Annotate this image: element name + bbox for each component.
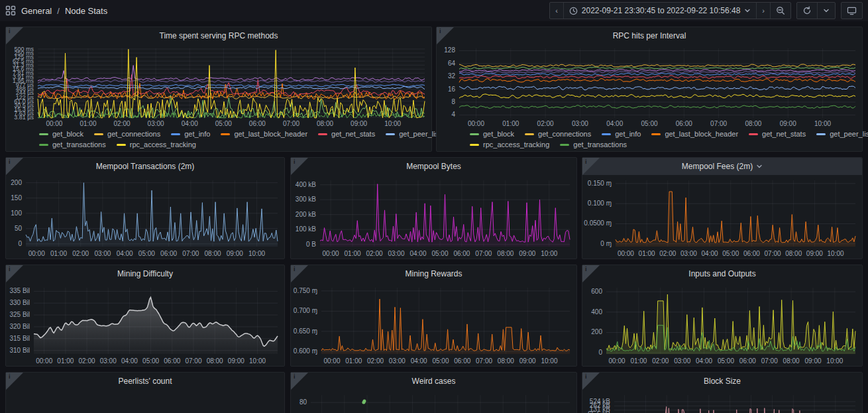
legend-item-rpc_access_tracking[interactable]: rpc_access_tracking — [470, 141, 549, 148]
refresh-button[interactable] — [797, 3, 817, 19]
x-axis-label: 03:00 — [389, 357, 406, 365]
legend-item-get_info[interactable]: get_info — [602, 130, 641, 138]
y-axis-label: 3.81 µs — [14, 114, 34, 121]
chart-plot-area[interactable]: 00:0001:0002:0003:0004:0005:0006:0007:00… — [582, 390, 862, 413]
panel-title[interactable]: Block Size — [582, 373, 862, 390]
y-axis-label: 400 kB — [296, 181, 316, 188]
chart-svg[interactable]: 00:0001:0002:0003:0004:0005:0006:0007:00… — [291, 175, 576, 259]
y-axis-label: 330 Bil — [9, 299, 30, 306]
x-axis-label: 03:00 — [94, 250, 111, 257]
legend-item-get_net_stats[interactable]: get_net_stats — [318, 130, 375, 138]
chart-plot-area[interactable] — [6, 390, 284, 413]
time-shift-back-button[interactable]: ‹ — [550, 3, 563, 19]
panel-mempool-bytes: i Mempool Bytes 00:0001:0002:0003:0004:0… — [290, 157, 577, 259]
legend-swatch — [602, 133, 611, 135]
legend-swatch — [749, 133, 758, 135]
chart-plot-area[interactable]: 00:0001:0002:0003:0004:0005:0006:0007:00… — [6, 44, 431, 129]
chart-svg[interactable]: 00:0001:0002:0003:0004:0005:0006:0007:00… — [582, 390, 862, 413]
panel-title[interactable]: Mempool Bytes — [291, 158, 576, 175]
x-axis-label: 05:00 — [641, 120, 657, 127]
legend-item-rpc_access_tracking[interactable]: rpc_access_tracking — [117, 141, 196, 148]
chart-svg[interactable] — [6, 390, 284, 413]
chart-svg[interactable]: 00:0001:0002:0003:0004:0005:0006:0007:00… — [6, 282, 284, 366]
chart-plot-area[interactable]: 00:0001:0002:0003:0004:0005:0006:0007:00… — [582, 282, 862, 366]
chart-plot-area[interactable]: 00:0001:0002:0003:0004:0005:0006:0007:00… — [291, 390, 576, 413]
legend-label: get_last_block_header — [234, 130, 307, 138]
chart-svg[interactable]: 00:0001:0002:0003:0004:0005:0006:0007:00… — [437, 44, 862, 129]
legend-label: get_connections — [107, 130, 160, 138]
x-axis-label: 00:00 — [323, 250, 339, 257]
y-axis-label: 0 ɱ — [600, 240, 612, 247]
panel-title[interactable]: Weird cases — [291, 373, 576, 390]
x-axis-label: 00:00 — [323, 357, 340, 365]
legend-item-get_block[interactable]: get_block — [39, 130, 83, 138]
legend-swatch — [39, 133, 48, 135]
legend-item-get_connections[interactable]: get_connections — [94, 130, 160, 138]
chart-plot-area[interactable]: 00:0001:0002:0003:0004:0005:0006:0007:00… — [291, 175, 576, 259]
panel-title[interactable]: Mempool Transactions (2m) — [6, 158, 284, 175]
legend-item-get_connections[interactable]: get_connections — [525, 130, 591, 138]
x-axis-label: 10:00 — [814, 120, 831, 127]
panel-title[interactable]: Mempool Fees (2m) — [582, 158, 862, 175]
panel-title[interactable]: Mining Rewards — [291, 265, 576, 282]
chart-plot-area[interactable]: 00:0001:0002:0003:0004:0005:0006:0007:00… — [6, 175, 284, 259]
chart-svg[interactable]: 00:0001:0002:0003:0004:0005:0006:0007:00… — [582, 175, 862, 259]
x-axis-label: 01:00 — [345, 357, 362, 365]
chart-plot-area[interactable]: 00:0001:0002:0003:0004:0005:0006:0007:00… — [582, 175, 862, 259]
legend-item-get_peer_list[interactable]: get_peer_list — [386, 130, 441, 138]
legend-item-get_net_stats[interactable]: get_net_stats — [749, 130, 806, 138]
top-nav: General / Node Stats ‹ 2022-09-21 23:30:… — [0, 0, 868, 21]
breadcrumb-dashboard[interactable]: Node Stats — [65, 6, 107, 16]
chart-svg[interactable]: 00:0001:0002:0003:0004:0005:0006:0007:00… — [291, 390, 576, 413]
y-axis-label: 0.600 ɱ — [294, 347, 317, 355]
legend-item-get_transactions[interactable]: get_transactions — [560, 141, 627, 148]
series-line-get_net_stats — [459, 76, 855, 79]
x-axis-label: 08:00 — [205, 250, 221, 257]
x-axis-label: 10:00 — [249, 357, 266, 365]
x-axis-label: 04:00 — [702, 250, 718, 257]
chart-svg[interactable]: 00:0001:0002:0003:0004:0005:0006:0007:00… — [6, 175, 284, 259]
refresh-interval-button[interactable] — [817, 3, 835, 19]
x-axis-label: 06:00 — [164, 357, 180, 365]
legend-item-get_last_block_header[interactable]: get_last_block_header — [221, 130, 307, 138]
zoom-out-button[interactable] — [770, 3, 790, 19]
kiosk-mode-button[interactable] — [841, 3, 862, 19]
series-line-reward — [321, 299, 570, 351]
legend-item-get_block[interactable]: get_block — [470, 130, 514, 138]
panel-title[interactable]: Peerlists' count — [6, 373, 284, 390]
zoom-out-icon — [776, 6, 785, 15]
x-axis-label: 07:00 — [185, 357, 201, 365]
breadcrumb-folder[interactable]: General — [21, 6, 52, 16]
panel-title[interactable]: Time spent serving RPC methods — [6, 27, 431, 44]
chart-plot-area[interactable]: 00:0001:0002:0003:0004:0005:0006:0007:00… — [6, 282, 284, 366]
scatter-point[interactable] — [362, 399, 366, 402]
x-axis-label: 02:00 — [652, 357, 669, 365]
legend-swatch — [470, 144, 479, 146]
panel-inputs-and-outputs: i Inputs and Outputs 00:0001:0002:0003:0… — [582, 265, 863, 367]
chart-plot-area[interactable]: 00:0001:0002:0003:0004:0005:0006:0007:00… — [437, 44, 862, 129]
time-shift-forward-button[interactable]: › — [756, 3, 770, 19]
x-axis-label: 00:00 — [468, 120, 484, 127]
y-axis-label: 200 kB — [296, 211, 316, 218]
series-line-get_transactions — [459, 105, 855, 109]
panel-title[interactable]: Inputs and Outputs — [582, 265, 862, 282]
y-axis-label: 80 — [299, 398, 307, 406]
legend-item-get_info[interactable]: get_info — [171, 130, 210, 138]
legend-label: get_block — [52, 130, 83, 138]
chart-plot-area[interactable]: 00:0001:0002:0003:0004:0005:0006:0007:00… — [291, 282, 576, 366]
panel-title[interactable]: Mining Difficulty — [6, 265, 284, 282]
x-axis-label: 10:00 — [541, 250, 557, 257]
legend-item-get_last_block_header[interactable]: get_last_block_header — [651, 130, 738, 138]
panel-title[interactable]: RPC hits per Interval — [437, 27, 862, 44]
chevron-down-icon — [756, 163, 763, 170]
x-axis-label: 01:00 — [345, 250, 361, 257]
legend-item-get_transactions[interactable]: get_transactions — [39, 141, 106, 148]
time-range-button[interactable]: 2022-09-21 23:30:45 to 2022-09-22 10:56:… — [563, 3, 757, 19]
legend-item-get_peer_list[interactable]: get_peer_list — [816, 130, 868, 138]
chart-svg[interactable]: 00:0001:0002:0003:0004:0005:0006:0007:00… — [6, 44, 431, 129]
time-picker-group: ‹ 2022-09-21 23:30:45 to 2022-09-22 10:5… — [549, 2, 791, 19]
y-axis-label: 400 — [591, 308, 602, 316]
x-axis-label: 03:00 — [100, 357, 117, 365]
chart-svg[interactable]: 00:0001:0002:0003:0004:0005:0006:0007:00… — [291, 282, 576, 366]
chart-svg[interactable]: 00:0001:0002:0003:0004:0005:0006:0007:00… — [582, 282, 862, 366]
